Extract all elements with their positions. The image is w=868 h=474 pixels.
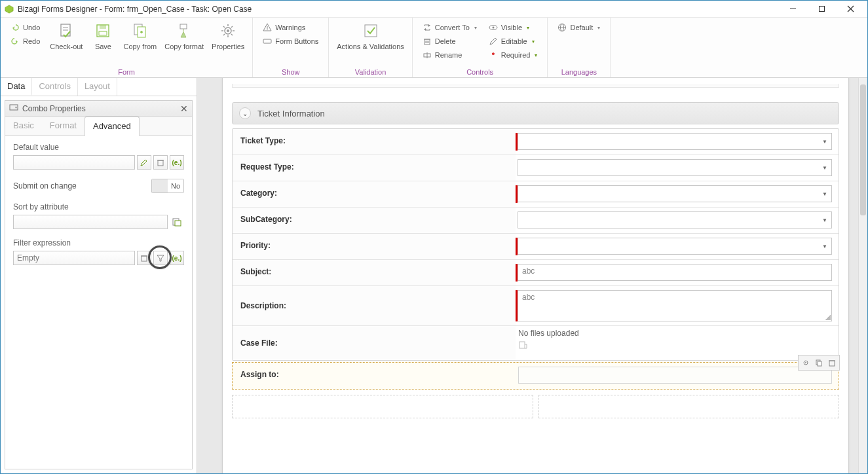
drop-placeholder[interactable] xyxy=(232,395,533,418)
form-buttons-button[interactable]: Form Buttons xyxy=(261,35,320,48)
default-value-input[interactable] xyxy=(13,155,135,170)
save-button[interactable]: Save xyxy=(86,20,119,52)
expression-default-button[interactable]: (e.) xyxy=(170,155,184,170)
svg-marker-32 xyxy=(424,28,426,31)
tab-data[interactable]: Data xyxy=(1,78,32,96)
combo-icon xyxy=(9,103,18,114)
svg-rect-12 xyxy=(99,31,107,35)
priority-combo[interactable]: ▼ xyxy=(518,238,832,255)
asterisk-icon: * xyxy=(489,50,498,60)
maximize-button[interactable] xyxy=(807,1,836,18)
tab-format[interactable]: Format xyxy=(42,117,85,136)
ticket-type-label: Ticket Type: xyxy=(233,129,516,155)
assign-to-row[interactable]: Assign to: xyxy=(232,362,839,390)
request-type-label: Request Type: xyxy=(233,155,516,181)
svg-rect-50 xyxy=(175,221,181,226)
copy-format-button[interactable]: Copy format xyxy=(160,20,208,52)
actions-validations-button[interactable]: Actions & Validations xyxy=(333,20,408,52)
sort-by-input[interactable] xyxy=(13,215,168,229)
filter-delete-button[interactable] xyxy=(137,251,151,265)
ribbon-group-label: Languages xyxy=(552,68,606,77)
category-combo[interactable]: ▼ xyxy=(518,185,832,202)
convert-to-button[interactable]: Convert To▾ xyxy=(421,21,479,34)
sort-by-browse-button[interactable] xyxy=(170,215,184,229)
assign-to-label: Assign to: xyxy=(233,363,516,389)
sort-by-label: Sort by attribute xyxy=(13,202,184,211)
request-type-combo[interactable]: ▼ xyxy=(518,159,832,176)
case-file-label: Case File: xyxy=(233,326,516,360)
svg-rect-11 xyxy=(100,25,106,29)
copy-format-icon xyxy=(174,21,194,41)
app-logo-icon xyxy=(5,5,14,14)
form-fields: Ticket Type: ▼ Request Type: ▼ Category:… xyxy=(232,128,839,361)
svg-rect-58 xyxy=(818,361,821,366)
checkout-button[interactable]: Check-out xyxy=(46,20,86,52)
rename-button[interactable]: Rename xyxy=(421,48,479,62)
vertical-scrollbar[interactable] xyxy=(858,78,867,473)
svg-marker-46 xyxy=(15,107,17,109)
filter-funnel-button[interactable] xyxy=(153,251,168,265)
tab-controls[interactable]: Controls xyxy=(32,78,77,96)
ribbon-group-label: Show xyxy=(257,68,324,77)
row-gear-button[interactable] xyxy=(800,357,812,369)
app-window: Bizagi Forms Designer - Form: frm_Open_C… xyxy=(0,0,868,474)
delete-button[interactable]: Delete xyxy=(421,35,479,48)
checkout-icon xyxy=(56,21,76,41)
properties-button[interactable]: Properties xyxy=(208,20,248,52)
drop-placeholder-row[interactable] xyxy=(232,395,839,418)
assign-to-combo[interactable] xyxy=(518,367,832,384)
svg-rect-15 xyxy=(180,24,187,29)
editable-button[interactable]: Editable▾ xyxy=(487,35,540,48)
filter-expression-button[interactable]: (e.) xyxy=(170,251,184,265)
minimize-button[interactable] xyxy=(778,1,807,18)
row-copy-button[interactable] xyxy=(813,357,825,369)
required-button[interactable]: * Required▾ xyxy=(487,48,540,62)
form-canvas: ⌄ Ticket Information Ticket Type: ▼ Requ… xyxy=(197,78,867,473)
ribbon: Undo Redo Check-out Save xyxy=(1,18,867,78)
description-label: Description: xyxy=(233,286,516,325)
undo-icon xyxy=(10,23,20,32)
svg-rect-51 xyxy=(142,256,147,261)
close-button[interactable] xyxy=(836,1,865,18)
default-value-label: Default value xyxy=(13,143,184,152)
subcategory-combo[interactable]: ▼ xyxy=(518,211,832,228)
ribbon-group-label: Validation xyxy=(333,68,408,77)
tab-layout[interactable]: Layout xyxy=(78,78,117,96)
copy-from-button[interactable]: Copy from xyxy=(119,20,160,52)
delete-default-button[interactable] xyxy=(153,155,168,170)
svg-rect-59 xyxy=(829,361,835,366)
ticket-type-combo[interactable]: ▼ xyxy=(518,133,832,150)
scrollbar-thumb[interactable] xyxy=(860,84,866,215)
globe-icon xyxy=(557,23,567,32)
drop-placeholder[interactable] xyxy=(538,395,840,418)
chevron-down-icon: ⌄ xyxy=(239,107,251,119)
visible-button[interactable]: Visible▾ xyxy=(487,21,540,34)
svg-rect-47 xyxy=(158,160,163,166)
edit-default-button[interactable] xyxy=(137,155,151,170)
panel-close-button[interactable]: ✕ xyxy=(180,103,188,114)
rename-icon xyxy=(423,50,432,60)
form-page: ⌄ Ticket Information Ticket Type: ▼ Requ… xyxy=(222,78,849,473)
svg-point-17 xyxy=(227,29,229,32)
tab-basic[interactable]: Basic xyxy=(5,117,42,136)
category-label: Category: xyxy=(233,181,516,207)
section-header[interactable]: ⌄ Ticket Information xyxy=(232,102,839,124)
file-upload-icon[interactable] xyxy=(518,340,832,352)
subject-input[interactable]: abc xyxy=(518,264,832,281)
submit-on-change-label: Submit on change xyxy=(13,181,77,191)
warnings-button[interactable]: Warnings xyxy=(261,21,320,34)
row-tools xyxy=(798,355,840,371)
redo-button[interactable]: Redo xyxy=(9,35,42,48)
properties-panel: Combo Properties ✕ Basic Format Advanced… xyxy=(5,100,193,469)
submit-on-change-toggle[interactable]: No xyxy=(151,179,184,193)
filter-expression-label: Filter expression xyxy=(13,238,184,247)
left-panel: Data Controls Layout Combo Properties ✕ … xyxy=(1,78,197,473)
redo-icon xyxy=(10,37,20,46)
filter-expression-input[interactable] xyxy=(13,251,135,265)
language-default-button[interactable]: Default▾ xyxy=(556,21,602,34)
tab-advanced[interactable]: Advanced xyxy=(85,117,140,136)
description-input[interactable]: abc xyxy=(518,290,832,321)
svg-marker-53 xyxy=(157,255,164,261)
row-delete-button[interactable] xyxy=(826,357,838,369)
undo-button[interactable]: Undo xyxy=(9,21,42,34)
